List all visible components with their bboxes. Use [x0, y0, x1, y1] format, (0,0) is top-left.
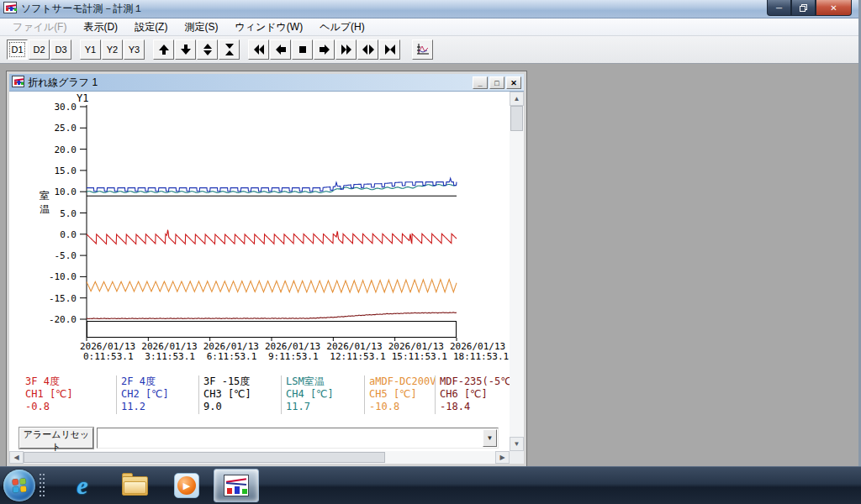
- menu-window[interactable]: ウィンドウ(W): [227, 18, 310, 36]
- horizontal-scrollbar[interactable]: ◀ ▶: [9, 451, 510, 464]
- expand-vertical-button[interactable]: [197, 39, 218, 60]
- y2-button[interactable]: Y2: [102, 39, 123, 60]
- rewind-icon: [253, 44, 265, 55]
- vertical-scrollbar[interactable]: ▲ ▼: [510, 92, 524, 451]
- d1-button[interactable]: D1: [7, 39, 28, 60]
- active-app-icon: [224, 475, 249, 496]
- step-right-icon: [319, 44, 330, 55]
- restore-button[interactable]: [791, 0, 816, 16]
- chart-titlebar[interactable]: 折れ線グラフ 1 _ □ ✕: [9, 74, 524, 92]
- pan-down-icon: [180, 44, 192, 55]
- expand-horizontal-button[interactable]: [357, 39, 378, 60]
- horizontal-scrollbar-thumb[interactable]: [24, 452, 385, 463]
- chart-maximize-button[interactable]: □: [489, 76, 504, 89]
- explorer-button[interactable]: [116, 469, 153, 502]
- pan-up-button[interactable]: [153, 39, 174, 60]
- menu-file[interactable]: ファイル(F): [5, 18, 74, 36]
- alarm-combobox-input[interactable]: [99, 430, 478, 446]
- caption-buttons: ─ ✕: [767, 0, 852, 16]
- svg-text:温: 温: [40, 203, 50, 215]
- main-window: ソフトサーモ計測－計測１ ─ ✕ ファイル(F) 表示(D) 設定(Z) 測定(…: [0, 0, 861, 466]
- chart-window-icon: [12, 76, 24, 90]
- scroll-down-icon[interactable]: ▼: [510, 437, 524, 451]
- chart-minimize-button[interactable]: _: [473, 76, 488, 89]
- compress-vertical-button[interactable]: [219, 39, 240, 60]
- menu-help[interactable]: ヘルプ(H): [312, 18, 372, 36]
- menu-view[interactable]: 表示(D): [76, 18, 125, 36]
- pan-down-button[interactable]: [175, 39, 196, 60]
- legend-channel: CH2 [℃]: [121, 388, 198, 401]
- stop-button[interactable]: [292, 39, 313, 60]
- svg-text:6:11:53.1: 6:11:53.1: [207, 351, 257, 362]
- y3-button[interactable]: Y3: [124, 39, 145, 60]
- legend-series-name: aMDF-DC200V(+7: [369, 375, 435, 388]
- y-axis-label: 室: [40, 190, 50, 202]
- y1-button[interactable]: Y1: [80, 39, 101, 60]
- svg-text:12:11:53.1: 12:11:53.1: [330, 351, 385, 362]
- mdi-area: 折れ線グラフ 1 _ □ ✕ Y1室温30.025.020.015.010.05…: [0, 64, 856, 466]
- legend-channel: CH5 [℃]: [369, 388, 435, 401]
- svg-text:25.0: 25.0: [55, 123, 77, 134]
- combobox-dropdown-button[interactable]: ▼: [483, 429, 497, 447]
- svg-text:30.0: 30.0: [55, 102, 77, 113]
- start-button[interactable]: [3, 470, 35, 501]
- chart-close-button[interactable]: ✕: [506, 76, 521, 89]
- fast-forward-button[interactable]: [335, 39, 357, 60]
- internet-explorer-button[interactable]: e: [64, 469, 101, 502]
- taskbar-grip[interactable]: [39, 473, 45, 498]
- chart-window-title: 折れ線グラフ 1: [28, 76, 98, 90]
- legend-current-value: 11.7: [286, 401, 364, 413]
- pan-up-icon: [158, 44, 170, 55]
- rewind-button[interactable]: [248, 39, 269, 60]
- svg-text:5.0: 5.0: [60, 208, 77, 219]
- svg-text:0:11:53.1: 0:11:53.1: [83, 351, 134, 362]
- active-app-task-button[interactable]: [214, 469, 259, 502]
- svg-text:-5.0: -5.0: [55, 250, 77, 261]
- legend-item-ch1: 3F 4度CH1 [℃]-0.8: [21, 375, 116, 414]
- graph-settings-button[interactable]: [412, 39, 433, 60]
- vertical-scrollbar-thumb[interactable]: [510, 106, 523, 131]
- app-icon: [3, 2, 17, 16]
- scroll-up-icon[interactable]: ▲: [510, 92, 524, 106]
- svg-text:10.0: 10.0: [55, 186, 77, 197]
- step-left-button[interactable]: [270, 39, 291, 60]
- svg-text:-20.0: -20.0: [49, 314, 77, 325]
- d3-button[interactable]: D3: [50, 39, 71, 60]
- expand-vertical-icon: [202, 44, 214, 55]
- scroll-right-icon[interactable]: ▶: [495, 451, 510, 464]
- compress-horizontal-icon: [384, 44, 396, 55]
- legend-series-name: 2F 4度: [121, 375, 198, 388]
- legend-current-value: -10.8: [369, 401, 435, 413]
- legend-item-ch5: aMDF-DC200V(+7CH5 [℃]-10.8: [364, 375, 435, 414]
- svg-text:15:11:53.1: 15:11:53.1: [392, 351, 447, 362]
- step-right-button[interactable]: [314, 39, 335, 60]
- media-player-icon: ▶: [174, 473, 199, 498]
- legend-series-name: 3F 4度: [25, 375, 116, 388]
- svg-text:15.0: 15.0: [55, 165, 77, 176]
- menu-settings[interactable]: 設定(Z): [127, 18, 175, 36]
- chart-child-window: 折れ線グラフ 1 _ □ ✕ Y1室温30.025.020.015.010.05…: [7, 71, 526, 466]
- internet-explorer-icon: e: [77, 471, 87, 500]
- svg-text:3:11:53.1: 3:11:53.1: [145, 351, 195, 362]
- folder-icon: [122, 476, 148, 496]
- scrollbar-corner: [510, 451, 524, 464]
- minimize-button[interactable]: ─: [767, 0, 791, 16]
- legend-item-ch3: 3F -15度CH3 [℃]9.0: [198, 375, 281, 414]
- line-chart: Y1室温30.025.020.015.010.05.00.0-5.0-10.0-…: [9, 92, 522, 365]
- compress-horizontal-button[interactable]: [379, 39, 400, 60]
- chart-client-area: Y1室温30.025.020.015.010.05.00.0-5.0-10.0-…: [9, 92, 524, 464]
- alarm-combobox[interactable]: ▼: [97, 428, 499, 449]
- main-titlebar[interactable]: ソフトサーモ計測－計測１ ─ ✕: [0, 0, 858, 18]
- legend-current-value: -0.8: [25, 401, 116, 413]
- close-button[interactable]: ✕: [816, 0, 852, 16]
- scroll-left-icon[interactable]: ◀: [9, 451, 24, 464]
- window-title: ソフトサーモ計測－計測１: [21, 2, 143, 16]
- legend-channel: CH4 [℃]: [286, 388, 364, 401]
- alarm-reset-button[interactable]: アラームリセット: [19, 428, 93, 449]
- d2-button[interactable]: D2: [29, 39, 50, 60]
- menu-measure[interactable]: 測定(S): [177, 18, 225, 36]
- legend-current-value: 9.0: [203, 401, 281, 413]
- svg-text:0.0: 0.0: [60, 229, 77, 240]
- media-player-button[interactable]: ▶: [168, 469, 205, 502]
- y1-axis-name: Y1: [77, 92, 88, 104]
